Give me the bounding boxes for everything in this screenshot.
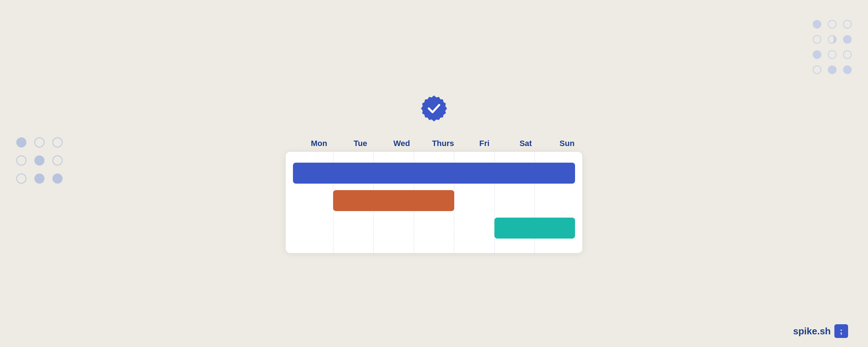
branding: spike.sh ; bbox=[793, 324, 848, 338]
dot bbox=[843, 50, 852, 59]
day-header-tue: Tue bbox=[340, 139, 381, 148]
dot bbox=[843, 35, 852, 44]
day-header-sun: Sun bbox=[546, 139, 588, 148]
main-content: Mon Tue Wed Thurs Fri Sat Sun bbox=[271, 94, 597, 253]
branding-text: spike.sh bbox=[793, 326, 831, 337]
dot bbox=[813, 20, 821, 29]
day-header-mon: Mon bbox=[298, 139, 340, 148]
verified-badge-icon bbox=[420, 94, 448, 139]
dot bbox=[813, 35, 821, 44]
dot bbox=[34, 174, 44, 184]
dot bbox=[34, 155, 44, 166]
branding-icon: ; bbox=[834, 324, 848, 338]
dot bbox=[843, 20, 852, 29]
dot bbox=[16, 174, 26, 184]
orange-event-bar[interactable] bbox=[333, 190, 454, 211]
decorative-dot-grid-right bbox=[813, 20, 852, 74]
dot bbox=[828, 20, 837, 29]
dot bbox=[16, 155, 26, 166]
dot bbox=[52, 137, 63, 147]
dot bbox=[828, 50, 837, 59]
day-header-sat: Sat bbox=[505, 139, 546, 148]
day-headers: Mon Tue Wed Thurs Fri Sat Sun bbox=[298, 139, 588, 148]
decorative-dot-grid-left bbox=[16, 137, 63, 184]
calendar-container bbox=[286, 152, 582, 253]
dot bbox=[813, 50, 821, 59]
dot bbox=[828, 35, 837, 44]
dot bbox=[828, 65, 837, 74]
blue-event-bar[interactable] bbox=[293, 163, 575, 184]
day-header-thurs: Thurs bbox=[422, 139, 464, 148]
day-header-wed: Wed bbox=[381, 139, 422, 148]
dot bbox=[16, 137, 26, 147]
event-rows bbox=[293, 159, 575, 242]
teal-event-bar[interactable] bbox=[494, 218, 575, 239]
dot bbox=[52, 174, 63, 184]
day-header-fri: Fri bbox=[464, 139, 505, 148]
event-row-2 bbox=[293, 190, 575, 211]
event-row-3 bbox=[293, 218, 575, 239]
dot bbox=[813, 65, 821, 74]
dot bbox=[34, 137, 44, 147]
event-row-1 bbox=[293, 163, 575, 184]
dot bbox=[52, 155, 63, 166]
dot bbox=[843, 65, 852, 74]
